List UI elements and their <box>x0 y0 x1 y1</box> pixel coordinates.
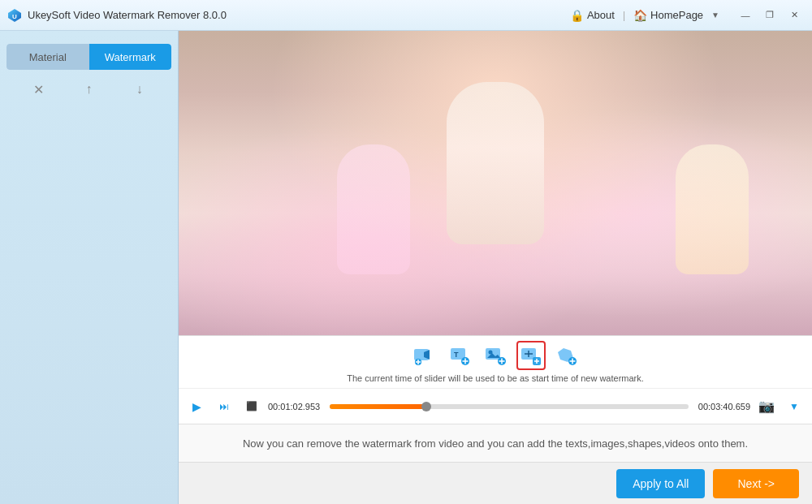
tab-watermark[interactable]: Watermark <box>89 44 172 70</box>
move-up-button[interactable]: ↑ <box>77 78 100 101</box>
progress-fill <box>330 404 426 409</box>
progress-bar[interactable] <box>330 404 689 409</box>
toolbar-tooltip: The current time of slider will be used … <box>347 373 644 383</box>
play-button[interactable]: ▶ <box>185 395 208 418</box>
add-video-icon <box>412 344 435 367</box>
screenshot-button[interactable]: 📷 <box>755 395 778 418</box>
svg-text:T: T <box>454 351 459 359</box>
home-icon: 🏠 <box>633 9 647 22</box>
lock-icon: 🔒 <box>570 9 584 22</box>
sidebar-actions: ✕ ↑ ↓ <box>0 70 178 109</box>
nav-divider: | <box>623 10 625 21</box>
figure-left <box>337 144 410 274</box>
figure-right <box>676 144 749 274</box>
main-layout: Material Watermark ✕ ↑ ↓ <box>0 31 812 504</box>
svg-text:U: U <box>12 13 17 20</box>
homepage-nav[interactable]: 🏠 HomePage <box>633 9 703 22</box>
app-logo-icon: U <box>6 7 23 24</box>
current-time: 00:01:02.953 <box>268 402 325 411</box>
tab-container: Material Watermark <box>6 44 171 70</box>
close-button[interactable]: ✕ <box>783 7 806 24</box>
add-shape-button[interactable] <box>552 341 581 370</box>
tool-icons-row: T <box>409 341 581 370</box>
homepage-label: HomePage <box>650 9 703 21</box>
tab-material[interactable]: Material <box>6 44 89 70</box>
titlebar-right: 🔒 About | 🏠 HomePage ▼ — ❐ ✕ <box>570 7 806 24</box>
playback-row: ▶ ⏭ ⬛ 00:01:02.953 00:03:40.659 📷 ▼ <box>179 388 812 424</box>
video-area <box>179 31 812 335</box>
action-bar: Apply to All Next -> <box>179 462 812 504</box>
content-area: T <box>179 31 812 504</box>
add-text-watermark-button[interactable]: T <box>445 341 474 370</box>
titlebar: U UkeySoft Video Watermark Remover 8.0.0… <box>0 0 812 31</box>
move-down-button[interactable]: ↓ <box>128 78 151 101</box>
info-area: Now you can remove the watermark from vi… <box>179 424 812 462</box>
minimize-button[interactable]: — <box>734 7 757 24</box>
set-time-icon <box>520 344 542 367</box>
step-forward-button[interactable]: ⏭ <box>213 395 235 418</box>
app-title: UkeySoft Video Watermark Remover 8.0.0 <box>28 9 227 21</box>
titlebar-left: U UkeySoft Video Watermark Remover 8.0.0 <box>6 7 227 24</box>
stop-button[interactable]: ⬛ <box>240 395 263 418</box>
video-toolbar: T <box>179 335 812 388</box>
set-time-button[interactable] <box>516 341 546 370</box>
sidebar: Material Watermark ✕ ↑ ↓ <box>0 31 179 504</box>
end-time: 00:03:40.659 <box>693 402 750 411</box>
about-nav[interactable]: 🔒 About <box>570 9 615 22</box>
info-text: Now you can remove the watermark from vi… <box>243 437 748 450</box>
about-label: About <box>587 9 615 21</box>
add-video-watermark-button[interactable] <box>409 341 438 370</box>
dropdown-arrow-icon[interactable]: ▼ <box>711 11 719 19</box>
restore-button[interactable]: ❐ <box>758 7 781 24</box>
video-frame <box>179 31 812 335</box>
delete-item-button[interactable]: ✕ <box>27 78 50 101</box>
add-shape-icon <box>555 344 578 367</box>
apply-to-all-button[interactable]: Apply to All <box>616 469 705 498</box>
window-controls: — ❐ ✕ <box>734 7 806 24</box>
add-image-watermark-button[interactable] <box>481 341 510 370</box>
next-button[interactable]: Next -> <box>713 469 799 498</box>
add-image-icon <box>484 344 507 367</box>
add-text-icon: T <box>448 344 471 367</box>
settings-button[interactable]: ▼ <box>783 395 806 418</box>
progress-thumb <box>421 402 431 411</box>
figure-center <box>447 82 544 244</box>
